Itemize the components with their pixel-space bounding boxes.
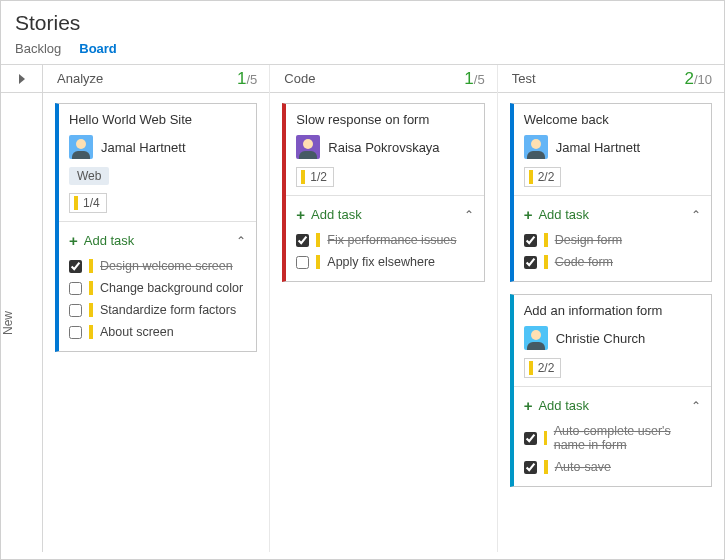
card-title[interactable]: Welcome back xyxy=(524,112,701,127)
task-row[interactable]: Apply fix elsewhere xyxy=(296,251,473,273)
task-row[interactable]: Design welcome screen xyxy=(69,255,246,277)
task-checkbox[interactable] xyxy=(69,282,82,295)
task-type-bar-icon xyxy=(544,233,548,247)
tab-board[interactable]: Board xyxy=(79,41,117,56)
task-label: Design welcome screen xyxy=(100,259,233,273)
task-checkbox[interactable] xyxy=(296,256,309,269)
card-assignee[interactable]: Raisa Pokrovskaya xyxy=(296,135,473,159)
task-checkbox[interactable] xyxy=(524,256,537,269)
card-task-checklist: +Add task⌃Design welcome screenChange ba… xyxy=(59,221,256,351)
column-header[interactable]: Test2/10 xyxy=(498,65,724,93)
task-checkbox[interactable] xyxy=(69,304,82,317)
board-column: Test2/10Welcome backJamal Hartnett2/2+Ad… xyxy=(498,65,724,552)
task-row[interactable]: Auto-complete user's name in form xyxy=(524,420,701,456)
card-assignee[interactable]: Jamal Hartnett xyxy=(524,135,701,159)
avatar xyxy=(296,135,320,159)
task-type-bar-icon xyxy=(529,361,533,375)
card-body: Welcome backJamal Hartnett2/2 xyxy=(514,104,711,195)
card-assignee[interactable]: Christie Church xyxy=(524,326,701,350)
work-item-card[interactable]: Welcome backJamal Hartnett2/2+Add task⌃D… xyxy=(510,103,712,282)
task-type-bar-icon xyxy=(74,196,78,210)
plus-icon: + xyxy=(69,232,78,249)
add-task-label: Add task xyxy=(538,207,589,222)
task-type-bar-icon xyxy=(544,460,548,474)
task-label: Standardize form factors xyxy=(100,303,236,317)
tab-backlog[interactable]: Backlog xyxy=(15,41,61,56)
task-label: Change background color xyxy=(100,281,243,295)
plus-icon: + xyxy=(524,397,533,414)
work-item-card[interactable]: Hello World Web SiteJamal HartnettWeb1/4… xyxy=(55,103,257,352)
task-row[interactable]: Fix performance issues xyxy=(296,229,473,251)
add-task-button[interactable]: +Add task⌃ xyxy=(524,202,701,229)
card-assignee[interactable]: Jamal Hartnett xyxy=(69,135,246,159)
add-task-button[interactable]: +Add task⌃ xyxy=(69,228,246,255)
add-task-label: Add task xyxy=(84,233,135,248)
task-row[interactable]: Code form xyxy=(524,251,701,273)
task-label: Auto-save xyxy=(555,460,611,474)
task-progress-text: 2/2 xyxy=(538,170,555,184)
chevron-up-icon[interactable]: ⌃ xyxy=(236,234,246,248)
task-progress-text: 1/2 xyxy=(310,170,327,184)
card-body: Add an information formChristie Church2/… xyxy=(514,295,711,386)
task-progress-chip[interactable]: 2/2 xyxy=(524,358,562,378)
task-type-bar-icon xyxy=(316,255,320,269)
task-row[interactable]: Auto-save xyxy=(524,456,701,478)
card-task-checklist: +Add task⌃Auto-complete user's name in f… xyxy=(514,386,711,486)
task-label: Apply fix elsewhere xyxy=(327,255,435,269)
assignee-name: Jamal Hartnett xyxy=(556,140,641,155)
board-column: Code1/5Slow response on formRaisa Pokrov… xyxy=(270,65,497,552)
task-progress-chip[interactable]: 1/2 xyxy=(296,167,334,187)
task-row[interactable]: Design form xyxy=(524,229,701,251)
card-tag[interactable]: Web xyxy=(69,167,109,185)
chevron-up-icon[interactable]: ⌃ xyxy=(691,208,701,222)
work-item-card[interactable]: Add an information formChristie Church2/… xyxy=(510,294,712,487)
avatar xyxy=(69,135,93,159)
task-checkbox[interactable] xyxy=(524,234,537,247)
page-title: Stories xyxy=(1,1,724,39)
task-checkbox[interactable] xyxy=(524,432,537,445)
tabs: Backlog Board xyxy=(1,39,724,64)
column-header[interactable]: Code1/5 xyxy=(270,65,496,93)
card-task-checklist: +Add task⌃Fix performance issuesApply fi… xyxy=(286,195,483,281)
task-type-bar-icon xyxy=(544,255,548,269)
column-header[interactable]: Analyze1/5 xyxy=(43,65,269,93)
column-body: Welcome backJamal Hartnett2/2+Add task⌃D… xyxy=(498,93,724,552)
column-name: Code xyxy=(284,71,315,86)
chevron-up-icon[interactable]: ⌃ xyxy=(464,208,474,222)
task-checkbox[interactable] xyxy=(69,260,82,273)
assignee-name: Raisa Pokrovskaya xyxy=(328,140,439,155)
chevron-up-icon[interactable]: ⌃ xyxy=(691,399,701,413)
task-checkbox[interactable] xyxy=(524,461,537,474)
task-label: Auto-complete user's name in form xyxy=(554,424,701,452)
task-label: About screen xyxy=(100,325,174,339)
task-row[interactable]: About screen xyxy=(69,321,246,343)
add-task-button[interactable]: +Add task⌃ xyxy=(296,202,473,229)
board-columns: Analyze1/5Hello World Web SiteJamal Hart… xyxy=(43,65,724,552)
work-item-card[interactable]: Slow response on formRaisa Pokrovskaya1/… xyxy=(282,103,484,282)
avatar xyxy=(524,326,548,350)
task-row[interactable]: Standardize form factors xyxy=(69,299,246,321)
task-progress-chip[interactable]: 2/2 xyxy=(524,167,562,187)
column-wip-count: 1/5 xyxy=(464,69,484,89)
task-type-bar-icon xyxy=(301,170,305,184)
task-row[interactable]: Change background color xyxy=(69,277,246,299)
assignee-name: Christie Church xyxy=(556,331,646,346)
column-name: Analyze xyxy=(57,71,103,86)
card-title[interactable]: Slow response on form xyxy=(296,112,473,127)
task-label: Fix performance issues xyxy=(327,233,456,247)
task-progress-text: 1/4 xyxy=(83,196,100,210)
task-type-bar-icon xyxy=(89,303,93,317)
assignee-name: Jamal Hartnett xyxy=(101,140,186,155)
card-title[interactable]: Add an information form xyxy=(524,303,701,318)
card-title[interactable]: Hello World Web Site xyxy=(69,112,246,127)
swimlane-expand-button[interactable] xyxy=(1,65,42,93)
add-task-button[interactable]: +Add task⌃ xyxy=(524,393,701,420)
board-column: Analyze1/5Hello World Web SiteJamal Hart… xyxy=(43,65,270,552)
task-progress-chip[interactable]: 1/4 xyxy=(69,193,107,213)
add-task-label: Add task xyxy=(311,207,362,222)
task-checkbox[interactable] xyxy=(69,326,82,339)
plus-icon: + xyxy=(296,206,305,223)
task-checkbox[interactable] xyxy=(296,234,309,247)
swimlane-gutter: New xyxy=(1,65,43,552)
task-label: Code form xyxy=(555,255,613,269)
